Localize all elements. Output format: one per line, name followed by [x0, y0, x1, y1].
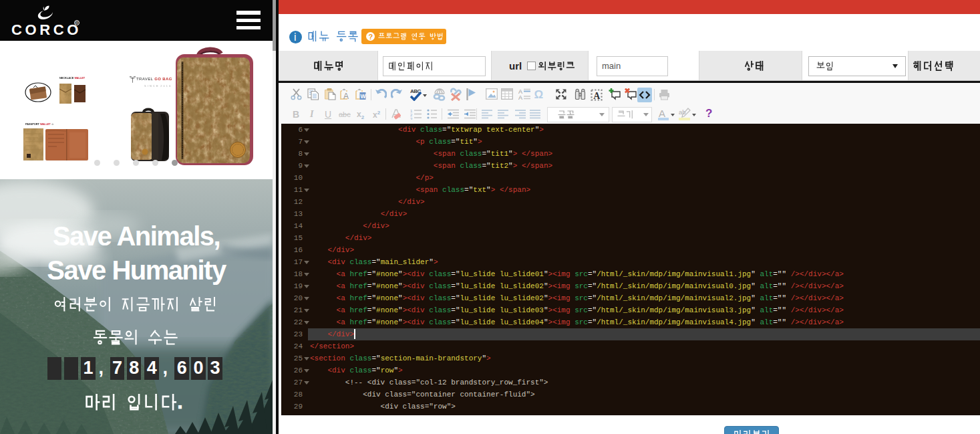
svg-text:?: ?: [705, 107, 712, 120]
svg-text:A: A: [343, 92, 349, 100]
svg-text:3: 3: [410, 117, 413, 120]
svg-text:.: .: [178, 394, 182, 411]
svg-text:W: W: [361, 93, 367, 100]
svg-text:A: A: [659, 108, 665, 118]
svg-text:A: A: [518, 94, 522, 100]
svg-text:A: A: [593, 91, 601, 101]
svg-text:Ω: Ω: [534, 88, 544, 101]
